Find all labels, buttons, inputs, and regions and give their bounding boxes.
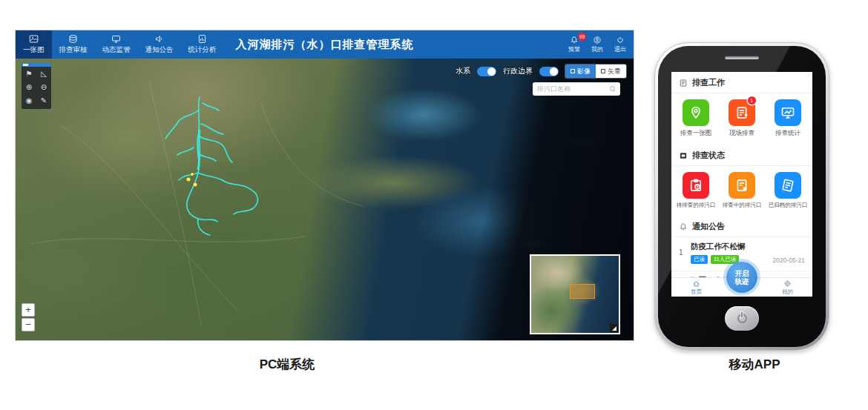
app-item-label: 排查统计 (775, 129, 800, 138)
system-title: 入河湖排污（水）口排查管理系统 (236, 38, 414, 52)
notice-title: 防疫工作不松懈 (691, 242, 746, 252)
notification-badge: 1 (748, 96, 756, 105)
nav-item-one-map[interactable]: 一张图 (16, 30, 52, 59)
map-zoom-out-button[interactable]: − (22, 318, 35, 331)
nav-label: 排查审核 (59, 45, 88, 55)
water-layer-label: 水系 (456, 66, 470, 76)
section-notices-header: 通知公告 (671, 216, 812, 237)
overview-map-image (531, 256, 619, 333)
admin-boundary-label: 行政边界 (503, 66, 533, 76)
satellite-map[interactable]: ⚑ ◺ ⊕ ⊖ ◉ ✎ 水系 行政边界 影像 矢量 (16, 59, 634, 340)
search-input[interactable] (537, 85, 607, 93)
pc-system-window: 一张图 排查审核 动态监管 通知公告 统计分析 (15, 30, 634, 341)
pan-tool-icon[interactable]: ⚑ (22, 67, 36, 80)
app-item-inprogress-outlets[interactable]: 排查中的排污口 (719, 172, 765, 209)
user-menu-label: 预警 (568, 45, 580, 53)
gear-icon (783, 280, 792, 288)
tab-home[interactable]: 首页 (691, 280, 702, 296)
nav-item-notice[interactable]: 通知公告 (138, 30, 181, 59)
read-badge: 已读 (691, 255, 708, 264)
water-layer-toggle[interactable] (477, 67, 496, 76)
tile (683, 172, 709, 199)
app-item-archived-outlets[interactable]: 已归档的排污口 (765, 172, 811, 209)
section-title: 排查状态 (692, 150, 725, 161)
map-zoom-in-button[interactable]: + (22, 303, 35, 317)
overview-inset-map[interactable] (530, 254, 620, 334)
inset-collapse-icon[interactable] (610, 324, 618, 332)
location-pin-icon (688, 105, 703, 120)
draw-tool-icon[interactable]: ✎ (36, 93, 51, 107)
archived-document-icon (780, 178, 795, 193)
database-icon (68, 34, 78, 44)
megaphone-icon (154, 34, 164, 44)
app-item-label: 排查一张图 (680, 129, 712, 138)
vector-basemap-button[interactable]: 矢量 (596, 65, 626, 78)
nav-item-audit[interactable]: 排查审核 (52, 30, 95, 59)
main-menu: 一张图 排查审核 动态监管 通知公告 统计分析 (16, 30, 224, 59)
alerts-button[interactable]: 99 预警 (568, 36, 580, 53)
tile (729, 172, 755, 199)
app-item-one-map[interactable]: 排查一张图 (673, 99, 719, 138)
measure-tool-icon[interactable]: ◺ (36, 67, 51, 80)
app-item-label: 排查中的排污口 (723, 202, 762, 209)
app-item-label: 待排查的排污口 (677, 202, 716, 209)
user-menu-label: 退出 (614, 45, 626, 53)
section-title: 排查工作 (692, 77, 725, 88)
basemap-switcher: 影像 矢量 (565, 65, 626, 78)
nav-label: 统计分析 (188, 45, 217, 55)
nav-label: 动态监管 (102, 45, 131, 55)
profile-button[interactable]: 我的 (591, 36, 603, 53)
power-glyph-icon (737, 314, 747, 323)
palette-header[interactable] (22, 63, 51, 67)
app-item-label: 现场排查 (729, 129, 754, 138)
nav-item-monitor[interactable]: 动态监管 (95, 30, 138, 59)
monitor-icon (111, 34, 121, 44)
tab-label: 首页 (691, 288, 702, 296)
admin-boundary-toggle[interactable] (539, 67, 559, 76)
map-tool-palette: ⚑ ◺ ⊕ ⊖ ◉ ✎ (22, 63, 51, 109)
app-item-label: 已归档的排污口 (769, 202, 808, 209)
app-screen: 排查工作 排查一张图 1 现场排查 (671, 72, 812, 297)
status-icon (679, 151, 688, 160)
notice-date: 2020-05-21 (773, 257, 805, 264)
logout-button[interactable]: 退出 (614, 36, 626, 53)
pc-caption: PC端系统 (213, 356, 361, 373)
report-chart-icon (197, 34, 207, 44)
phone-home-button[interactable] (725, 306, 759, 331)
start-track-fab[interactable]: 开启 轨迹 (726, 262, 757, 293)
nav-item-statistics[interactable]: 统计分析 (181, 30, 224, 59)
search-icon[interactable] (610, 86, 616, 92)
app-item-field-survey[interactable]: 1 现场排查 (719, 99, 765, 138)
section-title: 通知公告 (692, 221, 725, 232)
section-status-header: 排查状态 (671, 145, 812, 166)
status-grid: 待排查的排污口 排查中的排污口 已归档的排污口 (671, 166, 812, 216)
layer-controls: 水系 行政边界 影像 矢量 (456, 65, 626, 78)
locate-tool-icon[interactable]: ◉ (22, 93, 36, 107)
zoom-out-tool-icon[interactable]: ⊖ (36, 80, 51, 93)
clipboard-clock-icon (688, 178, 703, 193)
top-navbar: 一张图 排查审核 动态监管 通知公告 统计分析 (16, 30, 634, 59)
bell-outline-icon (679, 222, 688, 231)
tab-mine[interactable]: 我的 (782, 280, 793, 296)
form-icon (679, 79, 688, 87)
stats-monitor-icon (780, 105, 795, 120)
user-menu-label: 我的 (591, 45, 603, 53)
tile (683, 99, 709, 126)
tile (775, 99, 801, 126)
app-item-statistics[interactable]: 排查统计 (765, 99, 811, 138)
document-add-icon (734, 105, 749, 120)
work-grid: 排查一张图 1 现场排查 排查统计 (671, 93, 812, 145)
alert-count-badge: 99 (578, 33, 586, 41)
phone-glass: 排查工作 排查一张图 1 现场排查 (658, 46, 826, 347)
power-icon (616, 36, 625, 44)
map-image-icon (29, 34, 39, 44)
imagery-basemap-button[interactable]: 影像 (565, 65, 596, 78)
imagery-icon (571, 69, 575, 73)
mobile-caption: 移动APP (680, 356, 829, 373)
nav-label: 通知公告 (145, 45, 174, 55)
current-extent-rectangle (570, 284, 595, 299)
zoom-in-tool-icon[interactable]: ⊕ (22, 80, 36, 93)
tab-label: 我的 (782, 288, 793, 296)
outlet-search (533, 82, 620, 96)
app-item-pending-outlets[interactable]: 待排查的排污口 (673, 172, 719, 209)
